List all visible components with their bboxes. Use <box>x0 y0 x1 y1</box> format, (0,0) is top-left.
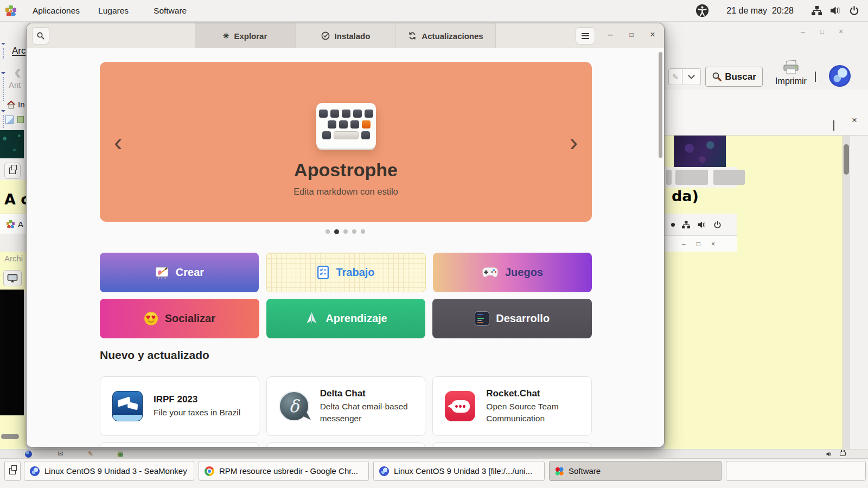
addressbook-icon[interactable]: ▦ <box>117 450 123 458</box>
menu-software[interactable]: Software <box>151 5 189 17</box>
card-text: Delta Chat Delta Chat email-based messen… <box>320 388 421 424</box>
tab-label: Instalado <box>335 31 371 41</box>
taskbar-button-software[interactable]: Software <box>549 461 722 481</box>
card-stub[interactable] <box>432 442 592 447</box>
category-tile-socializar[interactable]: ♥♥ Socializar <box>100 299 259 338</box>
minimize-button[interactable]: – <box>603 30 618 40</box>
browser-tab-icon[interactable] <box>5 115 14 124</box>
volume-icon[interactable] <box>829 5 842 16</box>
category-tile-juegos[interactable]: Juegos <box>433 253 592 292</box>
print-dropdown[interactable] <box>815 72 816 81</box>
carousel-next-icon[interactable]: › <box>570 131 578 153</box>
taskbar-button-seamonkey[interactable]: Linux CentOS 9 Unidad 3 - SeaMonkey <box>24 461 194 481</box>
headerbar: ✳ Explorar Instalado Actualizaciones – □… <box>27 23 664 48</box>
toolbar-grip[interactable] <box>3 48 4 59</box>
top-panel: Aplicaciones Lugares Software 21 de may … <box>0 0 868 22</box>
category-tile-crear[interactable]: Crear <box>100 253 259 292</box>
embedded-screenshot-purple <box>674 136 726 168</box>
power-icon[interactable] <box>849 5 859 16</box>
record-dot-icon <box>671 223 675 227</box>
panel-menus: Aplicaciones Lugares Software <box>5 5 189 17</box>
carousel-dot[interactable] <box>361 229 365 234</box>
chevron-down-icon <box>833 120 834 131</box>
network-icon[interactable] <box>811 5 822 16</box>
featured-banner[interactable]: ‹ › Apostrophe Edita markdown con estilo <box>100 62 592 222</box>
carousel-dot-active[interactable] <box>334 229 339 234</box>
app-card-irpf[interactable]: IRPF 2023 File your taxes in Brazil <box>100 376 259 436</box>
page-scrollbar-thumb[interactable] <box>844 144 849 175</box>
carousel-dot[interactable] <box>343 229 348 234</box>
bg-maximize-icon[interactable]: □ <box>820 28 824 35</box>
bg-close-icon[interactable]: × <box>839 27 843 36</box>
buscar-button[interactable]: Buscar <box>705 67 763 87</box>
window-scrollbar-thumb[interactable] <box>659 52 662 158</box>
carousel-dot[interactable] <box>326 229 330 234</box>
search-dropdown-button[interactable] <box>682 68 701 85</box>
taskbar-button-chrome[interactable]: RPM resource usbredir - Google Chr... <box>199 461 369 481</box>
category-label: Juegos <box>505 266 543 279</box>
menu-aplicaciones[interactable]: Aplicaciones <box>30 5 82 17</box>
bg-minimize-icon[interactable]: – <box>801 27 805 36</box>
mini-close-icon: × <box>711 240 715 248</box>
search-button[interactable] <box>32 27 49 44</box>
delta-glyph: δ <box>289 396 299 416</box>
show-desktop-button[interactable] <box>4 461 21 481</box>
mail-icon[interactable]: ✉ <box>58 450 63 458</box>
app-card-deltachat[interactable]: δ Delta Chat Delta Chat email-based mess… <box>266 376 426 436</box>
svg-text:♥: ♥ <box>151 314 156 320</box>
create-easel-icon <box>155 266 169 280</box>
category-row-2: ♥♥ Socializar Aprendizaje Desarrollo <box>100 299 592 338</box>
category-tile-trabajo[interactable]: Trabajo <box>266 253 426 292</box>
accessibility-icon[interactable] <box>695 4 709 17</box>
card-text: Rocket.Chat Open Source Team Communicati… <box>486 388 587 424</box>
apps-menu-icon[interactable] <box>5 5 16 16</box>
category-label: Desarrollo <box>496 312 550 325</box>
browser-tab-icon[interactable] <box>17 116 24 123</box>
back-button-chevron[interactable]: ‹ <box>14 61 21 82</box>
infobar-close-icon[interactable]: × <box>852 115 857 126</box>
app-card-rocketchat[interactable]: Rocket.Chat Open Source Team Communicati… <box>432 376 592 436</box>
clock[interactable]: 21 de may 20:28 <box>726 6 794 16</box>
embedded-button <box>713 170 745 185</box>
imprimir-button[interactable]: Imprimir <box>770 60 812 86</box>
tab-label: Explorar <box>234 31 267 41</box>
code-terminal-icon <box>475 311 489 326</box>
carousel-dot[interactable] <box>352 229 356 234</box>
tab-actualizaciones[interactable]: Actualizaciones <box>395 23 496 48</box>
primary-menu-button[interactable] <box>576 27 595 44</box>
card-stub[interactable] <box>100 442 259 447</box>
toolbar-grip[interactable] <box>3 115 4 128</box>
page-heading-right-fragment: da) <box>672 188 699 204</box>
tab-instalado[interactable]: Instalado <box>295 23 395 48</box>
navigator-globe-icon[interactable] <box>25 451 32 458</box>
quill-icon: ✎ <box>672 73 679 81</box>
key-row <box>322 131 370 139</box>
updates-refresh-icon <box>408 31 417 40</box>
carousel-prev-icon[interactable]: ‹ <box>114 131 122 153</box>
menu-archivo-fragment[interactable]: Arc <box>12 46 26 56</box>
maximize-button[interactable]: □ <box>624 31 639 38</box>
home-button[interactable]: In <box>7 100 25 109</box>
embedded-panel-screenshot: A <box>0 214 26 234</box>
chat-bubble-icon <box>451 400 470 413</box>
seamonkey-status-bar: ✉ ✎ ▦ <box>0 449 868 458</box>
taskbar-button-empty[interactable] <box>726 461 866 481</box>
infobar-expand-button[interactable] <box>833 120 834 130</box>
category-tile-desarrollo[interactable]: Desarrollo <box>432 299 592 338</box>
card-stub[interactable] <box>266 442 426 447</box>
composer-icon[interactable]: ✎ <box>88 450 93 458</box>
page-scrollbar-track[interactable] <box>843 136 850 449</box>
search-field-edge[interactable]: ✎ <box>668 68 682 85</box>
seamonkey-logo-icon <box>829 65 851 87</box>
tab-explorar[interactable]: ✳ Explorar <box>195 23 295 48</box>
toolbar-grip[interactable] <box>3 77 4 101</box>
category-tile-aprendizaje[interactable]: Aprendizaje <box>266 299 426 338</box>
restore-window-mini-button[interactable] <box>4 163 21 179</box>
menu-lugares[interactable]: Lugares <box>96 5 131 17</box>
horizontal-scrollbar-thumb[interactable] <box>1 434 19 439</box>
taskbar-button-seamonkey-2[interactable]: Linux CentOS 9 Unidad 3 [file:/.../uni..… <box>373 461 545 481</box>
webpage-yellow-area-left-bottom <box>0 415 26 449</box>
gnome-software-icon <box>555 467 564 476</box>
close-button[interactable]: × <box>645 30 660 40</box>
monitor-button[interactable] <box>3 270 22 286</box>
